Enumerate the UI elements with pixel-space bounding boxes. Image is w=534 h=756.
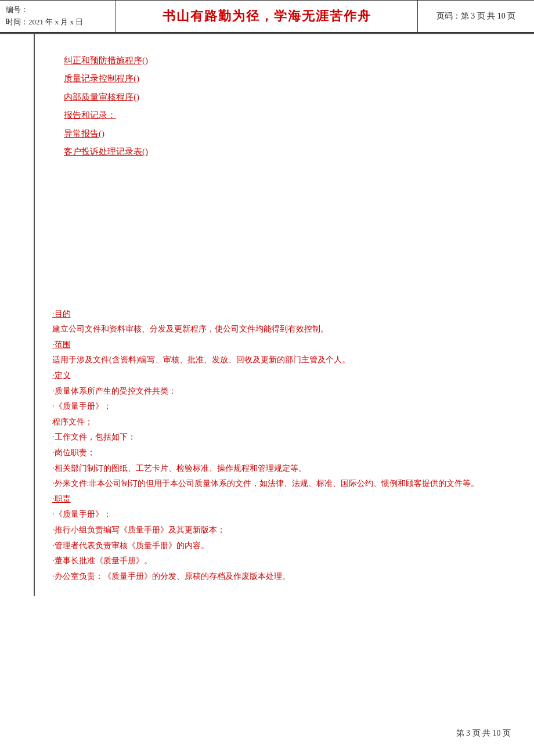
date-label: 时间：2021 年 x 月 x 日 bbox=[6, 16, 110, 28]
left-border bbox=[0, 34, 35, 596]
section-heading-3: ·定义 bbox=[52, 368, 522, 384]
section-4-line-2: ·推行小组负责编写《质量手册》及其更新版本； bbox=[52, 523, 522, 538]
document-title: 书山有路勤为径，学海无涯苦作舟 bbox=[163, 8, 371, 25]
document-page: 编号： 时间：2021 年 x 月 x 日 书山有路勤为径，学海无涯苦作舟 页码… bbox=[0, 0, 534, 756]
section-heading-2: ·范围 bbox=[52, 337, 522, 353]
section-3-line-3: 程序文件； bbox=[52, 415, 522, 430]
footer-page-number: 第 3 页 共 10 页 bbox=[456, 729, 511, 737]
section-3-line-1: ·质量体系所产生的受控文件共类： bbox=[52, 384, 522, 399]
toc-section: 纠正和预防措施程序() 质量记录控制程序() 内部质量审核程序() 报告和记录：… bbox=[52, 52, 522, 161]
toc-item-5[interactable]: 异常报告() bbox=[64, 125, 522, 143]
section-3-line-4: ·工作文件，包括如下： bbox=[52, 430, 522, 445]
section-heading-1: ·目的 bbox=[52, 307, 522, 322]
content-spacer bbox=[52, 173, 522, 301]
section-4-line-4: ·董事长批准《质量手册》。 bbox=[52, 553, 522, 569]
toc-item-6[interactable]: 客户投诉处理记录表() bbox=[64, 143, 522, 161]
section-1-line-1: 建立公司文件和资料审核、分发及更新程序，使公司文件均能得到有效控制。 bbox=[52, 322, 522, 337]
section-3-line-5: ·岗位职责； bbox=[52, 445, 522, 461]
toc-item-3[interactable]: 内部质量审核程序() bbox=[64, 88, 522, 107]
header-center: 书山有路勤为径，学海无涯苦作舟 bbox=[116, 1, 418, 32]
content-area: 纠正和预防措施程序() 质量记录控制程序() 内部质量审核程序() 报告和记录：… bbox=[0, 34, 534, 596]
document-header: 编号： 时间：2021 年 x 月 x 日 书山有路勤为径，学海无涯苦作舟 页码… bbox=[0, 0, 534, 33]
header-page-info: 页码：第 3 页 共 10 页 bbox=[418, 1, 534, 32]
section-4-line-3: ·管理者代表负责审核《质量手册》的内容。 bbox=[52, 538, 522, 554]
main-content: 纠正和预防措施程序() 质量记录控制程序() 内部质量审核程序() 报告和记录：… bbox=[35, 34, 534, 596]
header-code-date: 编号： 时间：2021 年 x 月 x 日 bbox=[0, 1, 116, 32]
section-4-line-1: ·《质量手册》： bbox=[52, 507, 522, 523]
body-section: ·目的 建立公司文件和资料审核、分发及更新程序，使公司文件均能得到有效控制。 ·… bbox=[52, 307, 522, 585]
section-heading-4: ·职责 bbox=[52, 492, 522, 507]
toc-item-2[interactable]: 质量记录控制程序() bbox=[64, 70, 522, 88]
toc-item-4[interactable]: 报告和记录： bbox=[64, 106, 522, 125]
page-footer: 第 3 页 共 10 页 bbox=[456, 728, 511, 739]
code-label: 编号： bbox=[6, 4, 110, 16]
section-3-line-7: ·外来文件:非本公司制订的但用于本公司质量体系的文件，如法律、法规、标准、国际公… bbox=[52, 476, 522, 492]
section-2-line-1: 适用于涉及文件(含资料)编写、审核、批准、发放、回收及更新的部门主管及个人。 bbox=[52, 352, 522, 368]
toc-item-1[interactable]: 纠正和预防措施程序() bbox=[64, 52, 522, 70]
section-4-line-5: ·办公室负责：《质量手册》的分发、原稿的存档及作废版本处理。 bbox=[52, 569, 522, 585]
section-3-line-2: ·《质量手册》； bbox=[52, 399, 522, 415]
section-3-line-6: ·相关部门制订的图纸、工艺卡片、检验标准、操作规程和管理规定等。 bbox=[52, 461, 522, 477]
